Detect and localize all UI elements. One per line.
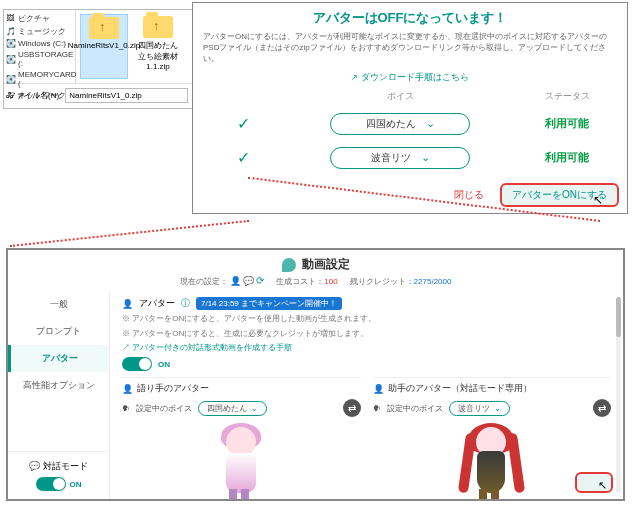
cost-label: 生成コスト：100 <box>276 276 337 287</box>
avatar-settings-main: アバター ⓘ 7/14 23:59 までキャンペーン開催中！ ※ アバターをON… <box>110 291 623 499</box>
disk-icon: 💽 <box>6 75 15 84</box>
zip-icon <box>89 17 119 39</box>
person-icon <box>373 384 384 394</box>
filename-label: ファイル名(N): <box>8 90 61 101</box>
image-icon: 🖼 <box>6 14 15 23</box>
narrator-avatar-preview <box>122 417 361 499</box>
tree-item[interactable]: 💽USBSTORAGE (: <box>6 49 73 69</box>
person-icon <box>122 384 133 394</box>
avatar-off-modal: アバターはOFFになっています！ アバターONにするには、アバターが利用可能なボ… <box>192 2 628 214</box>
tree-item[interactable]: 🖼ピクチャ <box>6 12 73 25</box>
file-explorer: 🖼ピクチャ 🎵ミュージック 💽Windows (C:) 💽USBSTORAGE … <box>3 9 193 109</box>
assistant-voice-select[interactable]: 波音リツ <box>449 401 510 416</box>
tree-item[interactable]: 🎵ミュージック <box>6 25 73 38</box>
status-available: 利用可能 <box>527 116 607 131</box>
avatar-label: アバター <box>139 297 175 310</box>
filename-input[interactable] <box>65 88 188 103</box>
avatar-guide-link[interactable]: アバター付きの対話形式動画を作成する手順 <box>122 340 611 355</box>
col-status: ステータス <box>527 90 607 103</box>
file-item[interactable]: 四国めたん立ち絵素材1.1.zip <box>134 14 182 79</box>
file-item[interactable]: NamineRitsV1_0.zip <box>80 14 128 79</box>
modal-description: アバターONにするには、アバターが利用可能なボイスに変更するか、現在選択中のボイ… <box>193 31 627 69</box>
file-name: NamineRitsV1_0.zip <box>68 41 140 50</box>
check-icon: ✓ <box>213 114 273 133</box>
narrator-avatar-column: 語り手のアバター 🗣 設定中のボイス 四国めたん ⇄ <box>122 377 361 499</box>
sidebar-item-advanced[interactable]: 高性能オプション <box>8 372 109 399</box>
scrollbar-thumb[interactable] <box>616 297 621 337</box>
narrator-voice-select[interactable]: 四国めたん <box>198 401 267 416</box>
campaign-badge: 7/14 23:59 までキャンペーン開催中！ <box>196 297 342 310</box>
connector-line <box>10 220 249 247</box>
panel-title: 動画設定 <box>302 256 350 273</box>
check-icon: ✓ <box>213 148 273 167</box>
disk-icon: 💽 <box>6 55 15 64</box>
file-name: 四国めたん立ち絵素材1.1.zip <box>136 40 180 71</box>
chat-icon <box>29 461 40 471</box>
chat-icon <box>243 277 254 286</box>
music-icon: 🎵 <box>6 27 15 36</box>
cursor-icon: ↖ <box>598 479 607 492</box>
sidebar-item-general[interactable]: 一般 <box>8 291 109 318</box>
swap-button[interactable]: ⇄ <box>343 399 361 417</box>
file-list: NamineRitsV1_0.zip 四国めたん立ち絵素材1.1.zip <box>76 10 192 83</box>
toggle-on-label: ON <box>158 360 170 369</box>
voice-row: ✓ 四国めたん 利用可能 <box>193 107 627 141</box>
sidebar-item-prompt[interactable]: プロンプト <box>8 318 109 345</box>
avatar-on-button[interactable]: アバターをONにする ↖ <box>500 183 619 207</box>
dialog-mode-label: 対話モード <box>29 460 88 473</box>
col-voice: ボイス <box>273 90 527 103</box>
note: ※ アバターをONにすると、生成に必要なクレジットが増加します。 <box>122 325 611 340</box>
reset-icon[interactable]: ⟳ <box>256 275 264 286</box>
toggle-on-label: ON <box>70 480 82 489</box>
person-icon <box>230 277 241 286</box>
credit-label: 残りクレジット：2275/2000 <box>350 276 452 287</box>
explorer-tree: 🖼ピクチャ 🎵ミュージック 💽Windows (C:) 💽USBSTORAGE … <box>4 10 76 83</box>
zip-icon <box>143 16 173 38</box>
note: ※ アバターをONにすると、アバターを使用した動画が生成されます。 <box>122 310 611 325</box>
disk-icon: 💽 <box>6 39 15 48</box>
scrollbar[interactable] <box>616 297 621 493</box>
voice-row: ✓ 波音リツ 利用可能 <box>193 141 627 175</box>
tree-item[interactable]: 💽MEMORYCARD ( <box>6 69 73 89</box>
status-available: 利用可能 <box>527 150 607 165</box>
settings-sidebar: 一般 プロンプト アバター 高性能オプション 対話モード ON <box>8 291 110 499</box>
voice-select[interactable]: 四国めたん <box>330 113 470 135</box>
logo-icon <box>282 258 296 272</box>
avatar-toggle[interactable] <box>122 357 152 371</box>
sidebar-item-avatar[interactable]: アバター <box>8 345 109 372</box>
download-guide-link[interactable]: ダウンロード手順はこちら <box>193 69 627 90</box>
cursor-icon: ↖ <box>593 193 603 207</box>
modal-title: アバターはOFFになっています！ <box>193 3 627 31</box>
confirm-button[interactable]: ↖ <box>575 472 613 493</box>
person-icon <box>122 299 133 309</box>
swap-button[interactable]: ⇄ <box>593 399 611 417</box>
voice-select[interactable]: 波音リツ <box>330 147 470 169</box>
video-settings-panel: 動画設定 現在の設定： ⟳ 生成コスト：100 残りクレジット：2275/200… <box>6 248 625 501</box>
dialog-mode-toggle[interactable] <box>36 477 66 491</box>
tree-item[interactable]: 💽Windows (C:) <box>6 38 73 49</box>
